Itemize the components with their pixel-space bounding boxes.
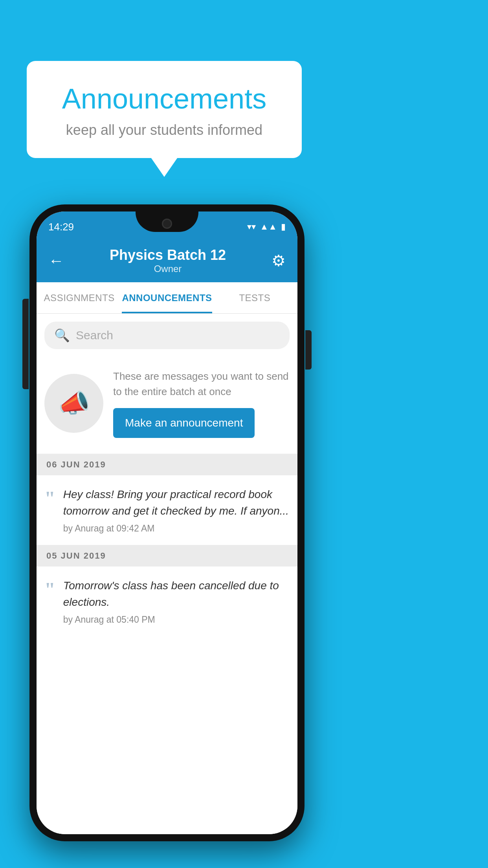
- header-title-section: Physics Batch 12 Owner: [64, 247, 272, 274]
- announcement-placeholder: 📣 These are messages you want to send to…: [37, 357, 297, 454]
- quote-icon-1: ": [44, 488, 55, 534]
- announcement-content-1: Hey class! Bring your practical record b…: [63, 486, 290, 534]
- speech-bubble-title: Announcements: [50, 83, 278, 115]
- back-button[interactable]: ←: [48, 252, 64, 270]
- speech-bubble: Announcements keep all your students inf…: [27, 61, 302, 158]
- wifi-icon: ▾▾: [247, 222, 256, 232]
- make-announcement-button[interactable]: Make an announcement: [113, 408, 255, 438]
- announcement-content-2: Tomorrow's class has been cancelled due …: [63, 577, 290, 625]
- announcement-meta-2: by Anurag at 05:40 PM: [63, 614, 290, 625]
- speech-bubble-container: Announcements keep all your students inf…: [27, 61, 302, 158]
- tab-assignments[interactable]: ASSIGNMENTS: [37, 282, 122, 313]
- announcement-right: These are messages you want to send to t…: [113, 369, 290, 438]
- tab-tests[interactable]: TESTS: [212, 282, 297, 313]
- announcement-description: These are messages you want to send to t…: [113, 369, 290, 399]
- settings-icon[interactable]: ⚙: [272, 252, 286, 270]
- content-area: 🔍 Search 📣 These are messages you want t…: [37, 314, 297, 834]
- volume-button-2: [22, 338, 29, 389]
- battery-icon: ▮: [281, 222, 286, 232]
- header-title: Physics Batch 12: [64, 247, 272, 263]
- announcement-item-2: " Tomorrow's class has been cancelled du…: [37, 566, 297, 636]
- megaphone-icon: 📣: [58, 388, 90, 418]
- header-subtitle: Owner: [64, 263, 272, 274]
- volume-button-1: [22, 299, 29, 330]
- signal-icon: ▲▲: [260, 222, 277, 232]
- megaphone-circle: 📣: [44, 374, 103, 433]
- phone-notch: [136, 211, 198, 232]
- phone-wrapper: 14:29 ▾▾ ▲▲ ▮ ← Physics Batch 12 Owner ⚙: [29, 204, 305, 841]
- tabs-bar: ASSIGNMENTS ANNOUNCEMENTS TESTS: [37, 282, 297, 314]
- search-placeholder: Search: [76, 329, 113, 342]
- status-icons: ▾▾ ▲▲ ▮: [247, 222, 286, 232]
- search-bar[interactable]: 🔍 Search: [44, 322, 290, 349]
- announcement-text-2: Tomorrow's class has been cancelled due …: [63, 577, 290, 611]
- tab-announcements[interactable]: ANNOUNCEMENTS: [122, 282, 212, 313]
- date-separator-1: 06 JUN 2019: [37, 454, 297, 475]
- phone-camera: [162, 219, 172, 229]
- announcement-meta-1: by Anurag at 09:42 AM: [63, 523, 290, 534]
- announcement-item-1: " Hey class! Bring your practical record…: [37, 475, 297, 545]
- app-header: ← Physics Batch 12 Owner ⚙: [37, 239, 297, 282]
- search-icon: 🔍: [54, 328, 70, 343]
- phone-outer: 14:29 ▾▾ ▲▲ ▮ ← Physics Batch 12 Owner ⚙: [29, 204, 305, 841]
- announcement-text-1: Hey class! Bring your practical record b…: [63, 486, 290, 519]
- status-time: 14:29: [48, 221, 74, 233]
- quote-icon-2: ": [44, 579, 55, 625]
- speech-bubble-subtitle: keep all your students informed: [50, 122, 278, 138]
- date-separator-2: 05 JUN 2019: [37, 545, 297, 566]
- phone-screen: 14:29 ▾▾ ▲▲ ▮ ← Physics Batch 12 Owner ⚙: [37, 211, 297, 834]
